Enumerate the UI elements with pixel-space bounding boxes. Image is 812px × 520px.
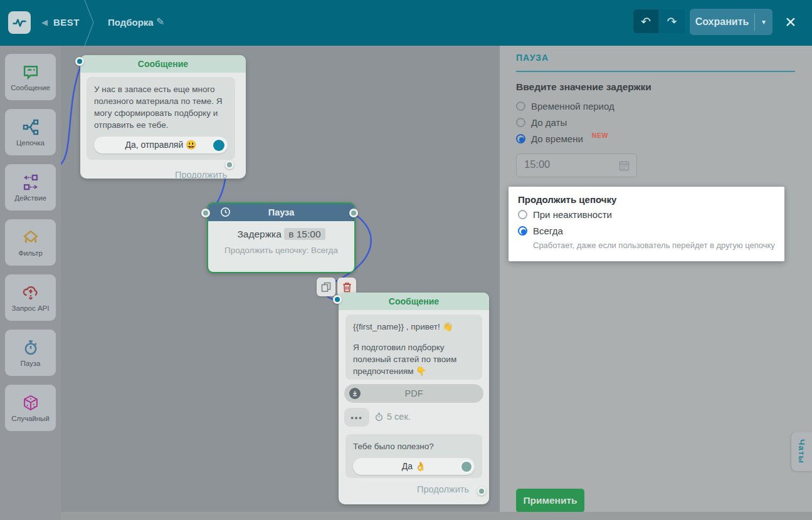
continue-chain-section: Продолжить цепочку При неактивности Всег… <box>509 187 784 261</box>
node-pause[interactable]: Пауза Задержка в 15:00 Продолжить цепочк… <box>207 202 356 273</box>
message-text: Я подготовил подборку полезный статей по… <box>353 341 475 377</box>
chats-tab-label: Чаты <box>797 439 806 464</box>
calendar-icon[interactable] <box>618 160 630 174</box>
back-icon[interactable]: ◀ <box>41 18 48 27</box>
radio-time-period[interactable]: Временной период <box>516 101 614 112</box>
reply-button-label: Да, отправляй 😃 <box>125 139 196 151</box>
pause-continue-text: Продолжить цепочку: Всегда <box>208 246 354 255</box>
panel-title-underline <box>516 71 795 72</box>
palette-label: Случайный <box>11 415 50 422</box>
radio-circle[interactable] <box>518 210 527 219</box>
time-field <box>516 153 637 177</box>
close-button[interactable]: × <box>785 11 796 33</box>
edit-title-icon[interactable]: ✎ <box>156 16 164 28</box>
header: ◀ BEST Подборка ✎ ↶ ↷ Сохранить ▾ × <box>0 0 812 46</box>
timer-icon <box>375 412 383 422</box>
reply-button[interactable]: Да 👌 <box>353 458 475 475</box>
radio-label: При неактивности <box>533 209 612 220</box>
greeting-text: {{first_name}} , привет! 👋 <box>353 321 475 333</box>
palette-label: Сообщение <box>11 84 50 91</box>
radio-until-date[interactable]: До даты <box>516 117 567 128</box>
delay-label: Задержка <box>237 229 281 239</box>
reply-button[interactable]: Да, отправляй 😃 <box>94 137 228 153</box>
palette-item-pause[interactable]: Пауза <box>5 330 56 376</box>
typing-indicator: ••• <box>344 408 369 427</box>
palette-label: Запрос API <box>12 304 50 312</box>
node-header[interactable]: Сообщение <box>339 293 489 310</box>
pause-icon <box>22 339 40 356</box>
message-text: У нас в запасе есть еще много полезного … <box>94 85 223 130</box>
typing-delay-row: 5 сек. <box>375 412 411 422</box>
bottom-scroll-strip[interactable] <box>61 512 812 520</box>
palette-item-filter[interactable]: Фильтр <box>5 219 56 266</box>
app-logo[interactable] <box>8 11 31 34</box>
radio-until-time[interactable]: До времени NEW <box>516 133 608 144</box>
save-dropdown-caret[interactable]: ▾ <box>755 18 772 26</box>
copy-node-button[interactable] <box>317 278 335 296</box>
radio-circle[interactable] <box>516 118 525 127</box>
redo-button[interactable]: ↷ <box>659 9 685 33</box>
palette-label: Пауза <box>21 360 41 367</box>
radio-label: До даты <box>531 117 567 128</box>
node-header[interactable]: Пауза <box>208 204 354 221</box>
input-port-pause[interactable] <box>201 209 210 217</box>
typing-delay-value: 5 сек. <box>387 412 411 422</box>
attachment-pdf[interactable]: PDF <box>344 384 483 403</box>
radio-circle[interactable] <box>516 101 525 111</box>
apply-button[interactable]: Применить <box>516 489 584 512</box>
continue-label: Продолжить <box>417 484 469 494</box>
radio-circle[interactable] <box>518 226 527 236</box>
flow-canvas[interactable]: Сообщение У нас в запасе есть еще много … <box>61 46 500 520</box>
save-button[interactable]: Сохранить <box>690 16 754 28</box>
download-icon <box>349 388 361 399</box>
settings-panel: ПАУЗА Введите значение задержки Временно… <box>500 46 812 520</box>
copy-icon <box>321 282 331 292</box>
chats-drawer-tab[interactable]: Чаты <box>791 432 812 471</box>
radio-on-inactivity[interactable]: При неактивности <box>518 209 612 220</box>
output-port-message2[interactable] <box>477 487 486 496</box>
new-badge: NEW <box>592 132 608 139</box>
wire-in-message1 <box>61 64 82 164</box>
input-port-message1[interactable] <box>75 57 84 66</box>
chain-icon <box>22 118 40 136</box>
radio-circle[interactable] <box>516 134 525 143</box>
radio-label: Временной период <box>531 101 614 112</box>
delay-section-label: Введите значение задержки <box>516 81 651 93</box>
button-output-port[interactable] <box>213 140 224 151</box>
pulse-icon <box>12 15 27 30</box>
palette-item-action[interactable]: Действие <box>5 164 56 211</box>
reply-button-label: Да 👌 <box>402 460 426 472</box>
history-controls: ↶ ↷ <box>633 9 685 33</box>
node-palette: Сообщение Цепочка Действие Фильтр Запрос… <box>0 46 61 520</box>
radio-always[interactable]: Всегда <box>518 226 563 236</box>
continue-label: Продолжить <box>175 170 227 180</box>
message-icon <box>22 63 40 81</box>
radio-label: До времени <box>531 133 583 144</box>
message-bubble: У нас в запасе есть еще много полезного … <box>87 77 235 160</box>
palette-item-random[interactable]: Случайный <box>5 385 56 431</box>
palette-label: Цепочка <box>16 139 45 147</box>
action-icon <box>22 174 40 191</box>
palette-item-api-request[interactable]: Запрос API <box>5 274 56 321</box>
input-port-message2[interactable] <box>333 295 342 304</box>
node-message-2[interactable]: Сообщение {{first_name}} , привет! 👋 Я п… <box>339 293 489 504</box>
continue-section-label: Продолжить цепочку <box>518 194 616 205</box>
breadcrumb-separator <box>84 0 95 46</box>
save-split-button[interactable]: Сохранить ▾ <box>690 9 772 35</box>
palette-item-chain[interactable]: Цепочка <box>5 109 56 155</box>
trash-icon <box>342 282 352 293</box>
node-message-1[interactable]: Сообщение У нас в запасе есть еще много … <box>80 55 246 179</box>
flow-builder-screen: ◀ BEST Подборка ✎ ↶ ↷ Сохранить ▾ × Сооб… <box>0 0 812 520</box>
time-input[interactable] <box>524 159 606 170</box>
delay-value-badge: в 15:00 <box>284 228 325 240</box>
output-port-message1[interactable] <box>225 160 234 169</box>
breadcrumb-workspace[interactable]: BEST <box>53 17 80 28</box>
button-output-port[interactable] <box>461 462 472 472</box>
pause-node-title: Пауза <box>268 207 294 217</box>
palette-item-message[interactable]: Сообщение <box>5 54 56 100</box>
radio-label: Всегда <box>533 226 563 236</box>
undo-button[interactable]: ↶ <box>633 9 659 33</box>
question-bubble: Тебе было полезно? Да 👌 <box>345 434 482 478</box>
node-header[interactable]: Сообщение <box>80 55 246 73</box>
output-port-pause[interactable] <box>349 209 358 217</box>
